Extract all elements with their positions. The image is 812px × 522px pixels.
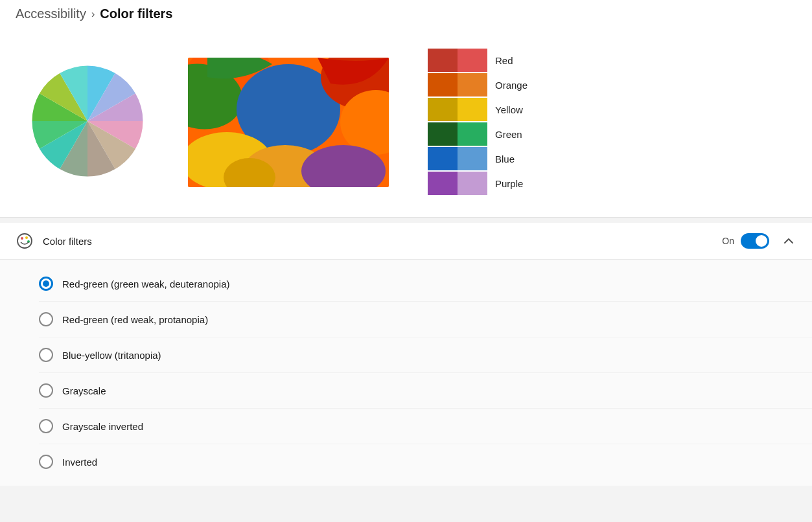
swatch-pair-orange xyxy=(428,73,487,96)
swatch-pair-blue xyxy=(428,147,487,170)
swatch-row-purple: Purple xyxy=(428,172,534,195)
swatch-row-orange: Orange xyxy=(428,73,534,96)
breadcrumb-current: Color filters xyxy=(100,6,172,21)
breadcrumb-separator: › xyxy=(91,8,95,20)
toggle-area: On xyxy=(722,233,796,249)
swatch-pair-green xyxy=(428,122,487,146)
filter-toggle-label: Color filters xyxy=(43,236,722,247)
radio-label-deuteranopia: Red-green (green weak, deuteranopia) xyxy=(62,278,230,289)
swatch-red-dark xyxy=(428,49,458,72)
radio-deuteranopia[interactable] xyxy=(39,277,53,291)
color-filter-toggle[interactable] xyxy=(741,233,769,249)
swatch-label-purple: Purple xyxy=(495,178,534,189)
radio-grayscale[interactable] xyxy=(39,383,53,398)
radio-option-protanopia[interactable]: Red-green (red weak, protanopia) xyxy=(39,302,812,337)
swatch-yellow-light xyxy=(458,98,487,121)
svg-point-12 xyxy=(21,237,23,240)
swatch-row-yellow: Yellow xyxy=(428,98,534,121)
swatch-row-green: Green xyxy=(428,122,534,146)
radio-label-inverted: Inverted xyxy=(62,457,97,468)
swatch-purple-light xyxy=(458,172,487,195)
swatch-label-orange: Orange xyxy=(495,80,534,91)
radio-option-deuteranopia[interactable]: Red-green (green weak, deuteranopia) xyxy=(39,266,812,302)
swatch-purple-dark xyxy=(428,172,458,195)
swatch-yellow-dark xyxy=(428,98,458,121)
swatch-pair-purple xyxy=(428,172,487,195)
breadcrumb: Accessibility › Color filters xyxy=(0,0,812,28)
swatch-orange-light xyxy=(458,73,487,96)
settings-section: Color filters On Red-green (green weak, … xyxy=(0,223,812,486)
swatch-blue-dark xyxy=(428,147,458,170)
toggle-thumb xyxy=(756,235,767,247)
swatch-pair-yellow xyxy=(428,98,487,121)
palette-icon xyxy=(16,232,34,250)
collapse-button[interactable] xyxy=(781,233,796,249)
swatch-row-red: Red xyxy=(428,49,534,72)
swatch-green-dark xyxy=(428,122,458,146)
chevron-up-icon xyxy=(783,236,794,246)
filter-toggle-row: Color filters On xyxy=(0,223,812,260)
radio-label-protanopia: Red-green (red weak, protanopia) xyxy=(62,314,208,325)
radio-inverted[interactable] xyxy=(39,455,53,469)
breadcrumb-parent[interactable]: Accessibility xyxy=(16,6,86,21)
swatch-row-blue: Blue xyxy=(428,147,534,170)
radio-option-tritanopia[interactable]: Blue-yellow (tritanopia) xyxy=(39,337,812,373)
color-wheel xyxy=(26,60,149,183)
swatch-label-red: Red xyxy=(495,55,534,66)
preview-section: Red Orange Yellow Green xyxy=(0,28,812,218)
radio-protanopia[interactable] xyxy=(39,312,53,326)
radio-option-grayscale-inverted[interactable]: Grayscale inverted xyxy=(39,409,812,444)
color-swatches: Red Orange Yellow Green xyxy=(428,49,534,196)
radio-option-inverted[interactable]: Inverted xyxy=(39,444,812,479)
swatch-green-light xyxy=(458,122,487,146)
swatch-red-light xyxy=(458,49,487,72)
radio-tritanopia[interactable] xyxy=(39,348,53,362)
swatch-label-green: Green xyxy=(495,129,534,140)
radio-options: Red-green (green weak, deuteranopia) Red… xyxy=(0,260,812,486)
toggle-state-label: On xyxy=(722,236,734,246)
swatch-pair-red xyxy=(428,49,487,72)
photo-preview xyxy=(188,58,389,187)
radio-label-grayscale: Grayscale xyxy=(62,385,106,396)
swatch-label-blue: Blue xyxy=(495,153,534,165)
swatch-label-yellow: Yellow xyxy=(495,104,534,115)
radio-grayscale-inverted[interactable] xyxy=(39,419,53,433)
radio-option-grayscale[interactable]: Grayscale xyxy=(39,373,812,409)
radio-label-grayscale-inverted: Grayscale inverted xyxy=(62,421,143,432)
color-wheel-container xyxy=(26,60,149,185)
swatch-blue-light xyxy=(458,147,487,170)
radio-label-tritanopia: Blue-yellow (tritanopia) xyxy=(62,350,161,361)
swatch-orange-dark xyxy=(428,73,458,96)
svg-point-13 xyxy=(25,236,28,239)
